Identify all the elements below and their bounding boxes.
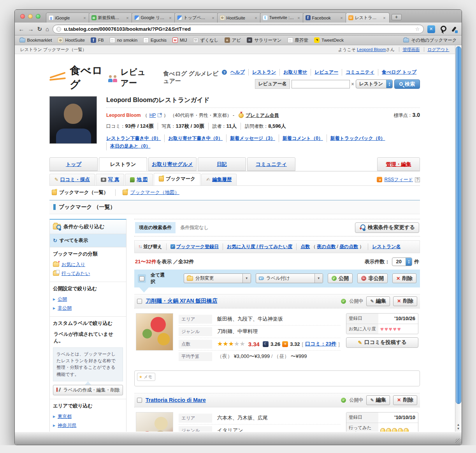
forward-button[interactable]: → (28, 26, 34, 32)
bookmark-star-icon[interactable] (415, 26, 420, 32)
home-button[interactable]: ⌂ (46, 26, 49, 32)
tab-top[interactable]: トップ (49, 157, 98, 171)
browser-tab-igoogle[interactable]: iGoogle (46, 12, 90, 23)
unpublish-button[interactable]: 非公開 (357, 273, 388, 283)
bookmark-item[interactable]: アビ (225, 37, 241, 43)
browser-tab-tabelog-active[interactable]: レストラン ブッ (346, 12, 390, 23)
post-review-button[interactable]: 口コミを投稿する (346, 337, 418, 348)
link-new-trackbacks[interactable]: 新着トラックバック（0） (327, 134, 389, 142)
close-icon[interactable] (382, 16, 387, 20)
bookmark-item[interactable]: no smokin (110, 37, 137, 43)
nav-help[interactable]: ヘルプ (227, 69, 248, 76)
new-tab-button[interactable] (392, 14, 402, 20)
filter-area-kanagawa[interactable]: 神奈川県 (53, 421, 123, 430)
publish-button[interactable]: 公開 (328, 273, 353, 283)
link-restaurant-draft[interactable]: レストラン下書き中（0） (106, 134, 164, 142)
close-window-button[interactable] (20, 14, 25, 19)
url-text[interactable]: u.tabelog.com/000076103/bookmark/?PG=2&S… (64, 26, 413, 32)
row-checkbox[interactable] (137, 398, 142, 403)
sort-by-rating[interactable]: お気に入り度 / 行ってみたい度 (223, 243, 296, 250)
link-otoriyose-draft[interactable]: お取り寄せ下書き中（0） (164, 134, 226, 142)
rss-feed-link[interactable]: RSSフィード (384, 176, 413, 183)
subtab-photos[interactable]: 写 真 (96, 174, 124, 185)
premium-link[interactable]: プレミアム会員 (246, 112, 279, 119)
restaurant-name-link[interactable]: 刀削麺・火鍋 XI'AN 飯田橋店 (146, 298, 218, 305)
link-footprints[interactable]: 本日の足あと（0） (106, 142, 154, 150)
rss-help-icon[interactable]: ? (415, 177, 420, 182)
change-condition-button[interactable]: 検索条件を変更する (355, 222, 419, 233)
browser-tab-greader[interactable]: Google リーダ (132, 12, 176, 23)
nav-reviewer[interactable]: レビュアー (311, 69, 342, 76)
filter-wannago[interactable]: 行ってみたい (53, 269, 123, 278)
nav-community[interactable]: コミュニティ (342, 69, 378, 76)
bookmark-item[interactable]: ずくなし (193, 37, 219, 43)
close-icon[interactable] (83, 16, 87, 20)
link-new-messages[interactable]: 新着メッセージ（3） (226, 134, 279, 142)
bookmark-item[interactable]: Bookmarklet (19, 38, 52, 42)
category-change-dropdown[interactable]: 分類変更 (184, 273, 251, 283)
other-bookmarks-button[interactable]: その他のブックマーク (403, 37, 457, 43)
xmarks-extension-icon[interactable] (427, 25, 435, 33)
zoom-window-button[interactable] (36, 14, 40, 19)
sort-by-date[interactable]: ブックマーク登録日 (166, 243, 223, 250)
subtab-bookmark-active[interactable]: ブックマーク (154, 173, 200, 185)
delete-button[interactable]: 削除 (393, 296, 417, 306)
filter-area-tokyo[interactable]: 東京都 (53, 412, 123, 421)
bookmark-item[interactable]: MIJ (172, 37, 187, 43)
restaurant-name-link[interactable]: Trattoria Riccio di Mare (146, 397, 206, 403)
bookmark-map-link[interactable]: ブックマーク（地図） (116, 189, 186, 196)
key-extension-icon[interactable] (439, 25, 446, 33)
hp-link[interactable]: HP (149, 113, 156, 118)
filter-favorites[interactable]: お気に入り (53, 260, 123, 269)
nav-otoriyose[interactable]: お取り寄せ (279, 69, 311, 76)
nav-tabelog-top[interactable]: 食べログ トップ (378, 69, 420, 76)
select-all-checkbox[interactable] (139, 276, 144, 281)
minimize-window-button[interactable] (28, 14, 33, 19)
browser-tab-facebook[interactable]: Facebook (303, 12, 347, 23)
browser-tab-hootsuite[interactable]: HootSuite (217, 12, 261, 23)
close-icon[interactable] (168, 16, 173, 20)
close-icon[interactable] (211, 16, 216, 20)
clear-icon[interactable]: × (351, 81, 354, 87)
tab-diary[interactable]: 日記 (198, 157, 246, 171)
day-score-link[interactable]: 昼の点数 (339, 243, 358, 250)
row-checkbox[interactable] (137, 299, 142, 304)
tab-otoriyose-gourmet[interactable]: お取り寄せグルメ (148, 157, 197, 171)
bookmark-item[interactable]: TweetDeck (314, 37, 344, 43)
show-all-filter[interactable]: すべてを表示 (50, 234, 126, 247)
admin-link[interactable]: 管理画面 (399, 47, 420, 52)
night-score-link[interactable]: 夜の点数 (317, 243, 335, 250)
logout-link[interactable]: ログアウト (424, 47, 449, 52)
close-icon[interactable] (254, 16, 258, 20)
filter-private[interactable]: 非公開 (53, 304, 123, 313)
memo-box[interactable]: メモ (134, 370, 420, 386)
reviewer-search-input[interactable] (292, 80, 350, 88)
subtab-reviews[interactable]: 口コミ・採点 (49, 174, 95, 185)
tab-manage-edit[interactable]: 管理・編集 (377, 157, 420, 171)
tab-restaurant-active[interactable]: レストラン (99, 157, 147, 171)
bookmark-item[interactable]: Eguchis (143, 37, 167, 43)
edit-button[interactable]: 編集 (366, 395, 390, 405)
delete-button[interactable]: 削除 (392, 273, 416, 283)
restaurant-photo[interactable] (136, 313, 173, 351)
nav-restaurant[interactable]: レストラン (248, 69, 279, 76)
browser-tab-blogger[interactable]: 新規投稿を追加 (89, 12, 133, 23)
close-icon[interactable] (125, 16, 130, 20)
vertical-scrollbar[interactable]: ▲▼ (455, 45, 462, 432)
search-category-select[interactable]: レストラン (356, 79, 393, 88)
bookmark-item[interactable]: サラリーマン (247, 37, 281, 43)
user-link[interactable]: Leopord Bloom (357, 47, 386, 52)
score-link[interactable]: 点数 (300, 243, 310, 250)
subtab-map[interactable]: 地 図 (125, 174, 153, 185)
search-button[interactable]: 検索 (394, 79, 420, 89)
delete-button[interactable]: 削除 (393, 395, 417, 405)
scrollbar-arrows[interactable]: ▲▼ (455, 423, 462, 431)
back-button[interactable]: ← (19, 26, 25, 32)
bookmark-item[interactable]: FB (91, 37, 104, 43)
wrench-menu-icon[interactable] (450, 25, 458, 33)
link-new-comments[interactable]: 新着コメント（0） (279, 134, 327, 142)
bookmark-item[interactable]: 塵芥堂 (288, 37, 309, 43)
address-bar[interactable]: u.tabelog.com/000076103/bookmark/?PG=2&S… (53, 25, 423, 33)
browser-tab-tweetvite[interactable]: Tweetvite :: 第 (260, 12, 304, 23)
edit-button[interactable]: 編集 (366, 296, 390, 306)
